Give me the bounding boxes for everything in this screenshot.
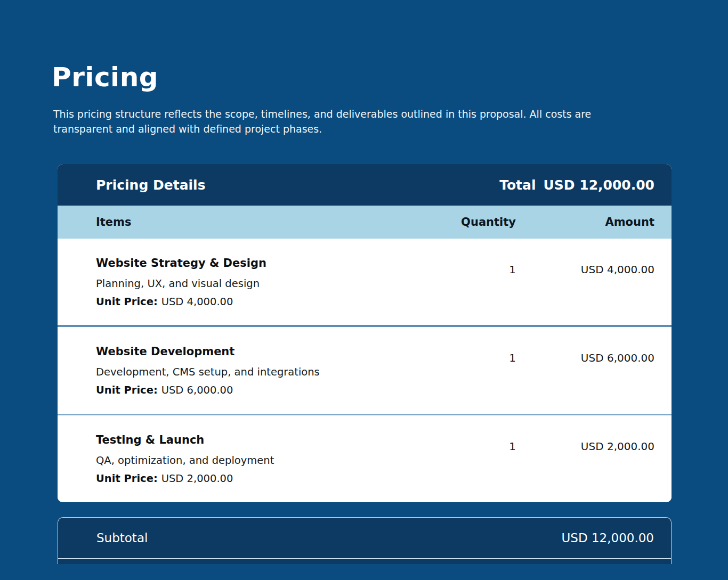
item-unit-price: Unit Price:USD 2,000.00 (96, 472, 399, 485)
pricing-table-card: Pricing Details Total USD 12,000.00 Item… (58, 164, 672, 502)
table-row: Website Strategy & Design Planning, UX, … (58, 239, 672, 325)
subtotal-row: Subtotal USD 12,000.00 (58, 518, 671, 558)
subtotal-value: USD 12,000.00 (561, 531, 654, 545)
item-title: Testing & Launch (96, 434, 399, 446)
total-value: USD 12,000.00 (543, 177, 654, 193)
pricing-table-header: Pricing Details Total USD 12,000.00 (58, 164, 672, 206)
item-unit-price: Unit Price:USD 6,000.00 (96, 384, 399, 396)
item-description: QA, optimization, and deployment (96, 454, 399, 467)
pricing-table-title: Pricing Details (96, 177, 206, 193)
item-cell: Testing & Launch QA, optimization, and d… (96, 434, 399, 485)
unit-price-label: Unit Price: (96, 472, 158, 485)
page-title: Pricing (52, 62, 728, 93)
column-header-amount: Amount (516, 216, 654, 228)
unit-price-value: USD 4,000.00 (161, 296, 233, 308)
quantity-cell: 1 (399, 434, 516, 485)
column-header-items: Items (96, 216, 399, 228)
item-cell: Website Development Development, CMS set… (96, 345, 399, 396)
unit-price-value: USD 2,000.00 (161, 472, 233, 485)
table-row: Website Development Development, CMS set… (58, 327, 672, 414)
item-unit-price: Unit Price:USD 4,000.00 (96, 296, 399, 308)
column-header-row: Items Quantity Amount (58, 206, 672, 239)
summary-divider (58, 558, 671, 559)
item-title: Website Strategy & Design (96, 257, 399, 269)
quantity-cell: 1 (399, 257, 516, 308)
amount-cell: USD 2,000.00 (516, 434, 654, 485)
subtotal-label: Subtotal (96, 531, 148, 545)
unit-price-value: USD 6,000.00 (161, 384, 233, 396)
item-title: Website Development (96, 345, 399, 358)
item-cell: Website Strategy & Design Planning, UX, … (96, 257, 399, 308)
quantity-cell: 1 (399, 345, 516, 396)
unit-price-label: Unit Price: (96, 296, 158, 308)
summary-panel: Subtotal USD 12,000.00 (58, 517, 672, 564)
pricing-table-total: Total USD 12,000.00 (499, 177, 654, 193)
unit-price-label: Unit Price: (96, 384, 158, 396)
amount-cell: USD 6,000.00 (516, 345, 654, 396)
table-row: Testing & Launch QA, optimization, and d… (58, 415, 672, 502)
column-header-quantity: Quantity (399, 216, 516, 228)
page-description: This pricing structure reflects the scop… (53, 107, 616, 136)
amount-cell: USD 4,000.00 (516, 257, 654, 308)
item-description: Planning, UX, and visual design (96, 277, 399, 290)
item-description: Development, CMS setup, and integrations (96, 366, 399, 378)
total-label: Total (499, 177, 536, 193)
